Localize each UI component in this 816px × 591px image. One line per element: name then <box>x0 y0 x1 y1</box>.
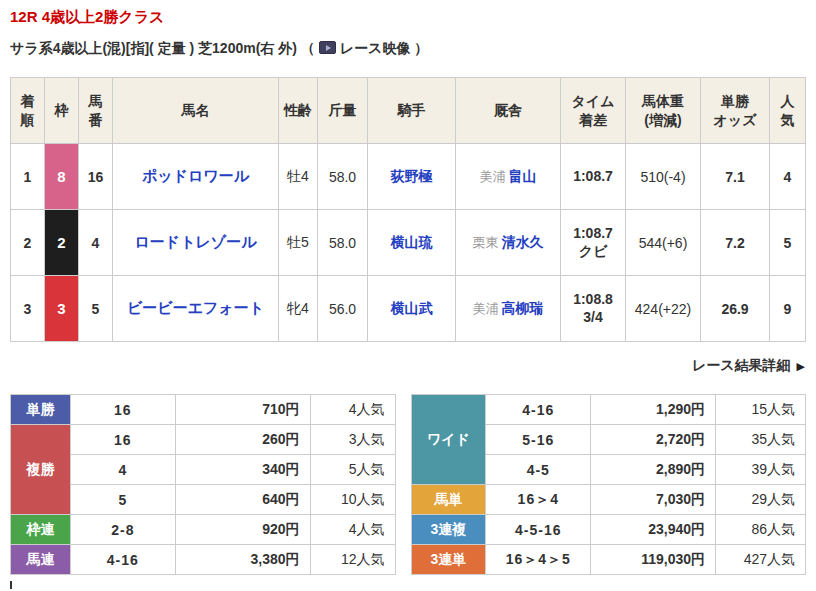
col-horse-number: 馬 番 <box>79 78 113 144</box>
payout-amount: 23,940円 <box>591 515 716 545</box>
time-margin-cell: 1:08.7 <box>561 144 626 210</box>
result-row: 3 3 5 ビービーエフォート 牝4 56.0 横山武 美浦高柳瑞 1:08.8… <box>11 276 806 342</box>
jockey-link[interactable]: 荻野極 <box>391 168 433 184</box>
sex-age: 牡4 <box>279 144 318 210</box>
carried-weight: 58.0 <box>318 210 368 276</box>
payout-combo: 4-16 <box>70 545 175 575</box>
horse-name-cell: ビービーエフォート <box>113 276 279 342</box>
col-horse-name: 馬名 <box>113 78 279 144</box>
horse-name-cell: ポッドロワール <box>113 144 279 210</box>
finish-time: 1:08.7 <box>561 168 625 186</box>
trainer-link[interactable]: 畠山 <box>509 168 537 184</box>
payout-amount: 710円 <box>175 395 310 425</box>
win-odds: 26.9 <box>701 276 770 342</box>
bet-type-wide: ワイド <box>411 395 486 485</box>
horse-number: 16 <box>79 144 113 210</box>
payout-section: 単勝 16 710円 4人気 複勝 16 260円 3人気 4 340円 5人気… <box>10 394 806 575</box>
arrow-right-icon: ▶ <box>797 360 805 372</box>
payout-row-trio: 3連複 4-5-16 23,940円 86人気 <box>411 515 806 545</box>
race-result-page: 12R 4歳以上2勝クラス サラ系4歳以上(混)[指]( 定量 ) 芝1200m… <box>0 0 816 589</box>
trainer-link[interactable]: 清水久 <box>502 234 544 250</box>
payout-row-exacta: 馬単 16＞4 7,030円 29人気 <box>411 485 806 515</box>
col-stable: 厩舎 <box>456 78 561 144</box>
bet-type-trio: 3連複 <box>411 515 486 545</box>
col-sex-age: 性齢 <box>279 78 318 144</box>
popularity: 9 <box>770 276 806 342</box>
col-time-margin: タイム 着差 <box>561 78 626 144</box>
finish-position: 1 <box>11 144 45 210</box>
jockey-cell: 横山武 <box>368 276 456 342</box>
win-odds: 7.1 <box>701 144 770 210</box>
payout-table-left: 単勝 16 710円 4人気 複勝 16 260円 3人気 4 340円 5人気… <box>10 394 396 575</box>
section-divider <box>10 581 12 589</box>
finish-time: 1:08.8 <box>561 291 625 309</box>
page-title: 12R 4歳以上2勝クラス <box>10 8 806 27</box>
payout-amount: 2,720円 <box>591 425 716 455</box>
details-link-row: レース結果詳細▶ <box>10 356 805 378</box>
race-result-details-link[interactable]: レース結果詳細▶ <box>692 357 805 373</box>
race-video-link[interactable]: レース映像 <box>340 40 411 56</box>
result-row: 2 2 4 ロードトレゾール 牡5 58.0 横山琉 栗東清水久 1:08.7ク… <box>11 210 806 276</box>
stable-region: 美浦 <box>473 301 499 316</box>
trainer-link[interactable]: 高柳瑞 <box>502 300 544 316</box>
horse-number: 5 <box>79 276 113 342</box>
jockey-link[interactable]: 横山琉 <box>391 234 433 250</box>
col-jockey: 騎手 <box>368 78 456 144</box>
race-conditions: サラ系4歳以上(混)[指]( 定量 ) 芝1200m(右 外) （レース映像 ） <box>10 40 806 58</box>
bet-type-bracket-quinella: 枠連 <box>11 515 71 545</box>
payout-amount: 1,290円 <box>591 395 716 425</box>
payout-popularity: 427人気 <box>716 545 806 575</box>
payout-amount: 119,030円 <box>591 545 716 575</box>
win-odds: 7.2 <box>701 210 770 276</box>
jockey-link[interactable]: 横山武 <box>391 300 433 316</box>
finish-position: 3 <box>11 276 45 342</box>
details-label: レース結果詳細 <box>692 357 791 373</box>
stable-cell: 美浦畠山 <box>456 144 561 210</box>
payout-combo: 16＞4＞5 <box>486 545 591 575</box>
payout-popularity: 29人気 <box>716 485 806 515</box>
sex-age: 牡5 <box>279 210 318 276</box>
results-header-row: 着 順 枠 馬 番 馬名 性齢 斤量 騎手 厩舎 タイム 着差 馬体重 (増減)… <box>11 78 806 144</box>
payout-row-bracket-quinella: 枠連 2-8 920円 4人気 <box>11 515 396 545</box>
payout-combo: 16＞4 <box>486 485 591 515</box>
payout-row-win: 単勝 16 710円 4人気 <box>11 395 396 425</box>
payout-combo: 4-16 <box>486 395 591 425</box>
jockey-cell: 荻野極 <box>368 144 456 210</box>
carried-weight: 58.0 <box>318 144 368 210</box>
payout-amount: 260円 <box>175 425 310 455</box>
payout-popularity: 5人気 <box>310 455 395 485</box>
payout-amount: 2,890円 <box>591 455 716 485</box>
payout-amount: 7,030円 <box>591 485 716 515</box>
horse-link[interactable]: ビービーエフォート <box>127 299 264 316</box>
stable-region: 美浦 <box>480 169 506 184</box>
race-results-table: 着 順 枠 馬 番 馬名 性齢 斤量 騎手 厩舎 タイム 着差 馬体重 (増減)… <box>10 77 806 342</box>
sex-age: 牝4 <box>279 276 318 342</box>
payout-row-trifecta: 3連単 16＞4＞5 119,030円 427人気 <box>411 545 806 575</box>
horse-weight: 510(-4) <box>626 144 701 210</box>
time-margin-cell: 1:08.83/4 <box>561 276 626 342</box>
col-frame: 枠 <box>45 78 79 144</box>
payout-amount: 640円 <box>175 485 310 515</box>
stable-cell: 栗東清水久 <box>456 210 561 276</box>
frame-number-badge: 8 <box>45 144 79 210</box>
finish-time: 1:08.7 <box>561 225 625 243</box>
popularity: 5 <box>770 210 806 276</box>
stable-cell: 美浦高柳瑞 <box>456 276 561 342</box>
payout-combo: 4-5-16 <box>486 515 591 545</box>
finish-margin: クビ <box>561 243 625 261</box>
result-row: 1 8 16 ポッドロワール 牡4 58.0 荻野極 美浦畠山 1:08.7 5… <box>11 144 806 210</box>
payout-row-wide: ワイド 4-16 1,290円 15人気 <box>411 395 806 425</box>
payout-popularity: 12人気 <box>310 545 395 575</box>
horse-name-cell: ロードトレゾール <box>113 210 279 276</box>
horse-link[interactable]: ロードトレゾール <box>134 233 256 250</box>
race-conditions-text: サラ系4歳以上(混)[指]( 定量 ) 芝1200m(右 外) （ <box>10 40 315 56</box>
video-play-icon[interactable] <box>319 41 336 54</box>
play-triangle-icon <box>326 45 331 51</box>
payout-table-right: ワイド 4-16 1,290円 15人気 5-16 2,720円 35人気 4-… <box>411 394 807 575</box>
bet-type-trifecta: 3連単 <box>411 545 486 575</box>
bet-type-quinella: 馬連 <box>11 545 71 575</box>
payout-combo: 4-5 <box>486 455 591 485</box>
horse-link[interactable]: ポッドロワール <box>142 167 249 184</box>
carried-weight: 56.0 <box>318 276 368 342</box>
payout-popularity: 4人気 <box>310 395 395 425</box>
